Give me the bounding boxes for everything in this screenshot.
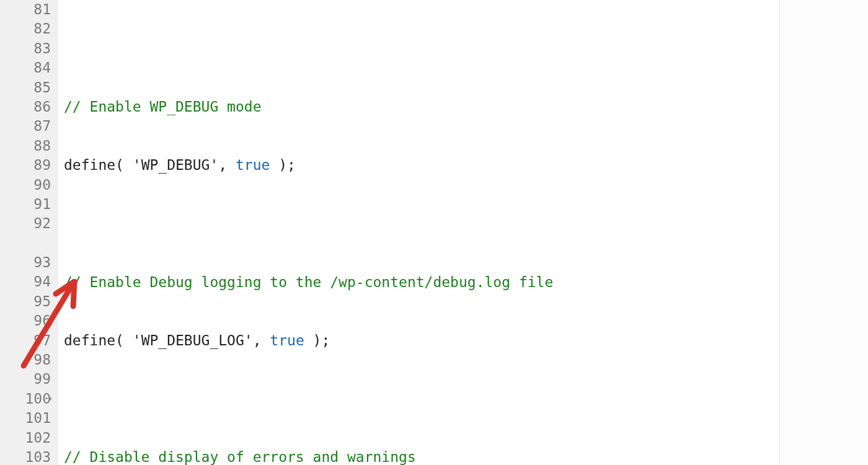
- line-number: 83: [0, 39, 51, 58]
- line-number: 85: [0, 78, 51, 97]
- code-area[interactable]: // Enable WP_DEBUG mode define( 'WP_DEBU…: [58, 0, 779, 465]
- right-margin: [780, 0, 868, 465]
- line-number: 99: [0, 370, 51, 389]
- line-number: 97: [0, 331, 51, 350]
- line-number: 90: [0, 175, 51, 195]
- line-number: 81: [0, 0, 51, 19]
- line-number: 96: [0, 311, 51, 330]
- line-number: 102: [0, 428, 51, 448]
- line-number: 87: [0, 117, 51, 136]
- code-line: define( 'WP_DEBUG_LOG', true );: [64, 331, 779, 350]
- code-line: [64, 389, 779, 409]
- code-line: [64, 39, 779, 58]
- line-number: 93: [0, 253, 51, 272]
- line-number: 98: [0, 350, 51, 370]
- line-number-gutter: 81 82 83 84 85 86 87 88 89 90 91 92 93 9…: [0, 0, 58, 465]
- code-line: [64, 214, 779, 233]
- line-number: [0, 234, 51, 253]
- line-number: 100▾: [0, 389, 51, 409]
- code-line: // Disable display of errors and warning…: [64, 448, 779, 465]
- line-number: 84: [0, 58, 51, 78]
- line-number: 91: [0, 195, 51, 214]
- line-number: 88: [0, 136, 51, 156]
- line-number: 92: [0, 214, 51, 233]
- line-number: 95: [0, 292, 51, 311]
- line-number: 101: [0, 409, 51, 428]
- code-line: // Enable WP_DEBUG mode: [64, 97, 779, 117]
- line-number: 86: [0, 97, 51, 117]
- code-line: // Enable Debug logging to the /wp-conte…: [64, 273, 779, 292]
- line-number: 89: [0, 156, 51, 175]
- line-number: 82: [0, 19, 51, 38]
- line-number: 103: [0, 448, 51, 465]
- fold-marker-icon[interactable]: ▾: [48, 389, 53, 409]
- line-number: 94: [0, 272, 51, 291]
- code-line: define( 'WP_DEBUG', true );: [64, 156, 779, 175]
- code-editor[interactable]: 81 82 83 84 85 86 87 88 89 90 91 92 93 9…: [0, 0, 780, 465]
